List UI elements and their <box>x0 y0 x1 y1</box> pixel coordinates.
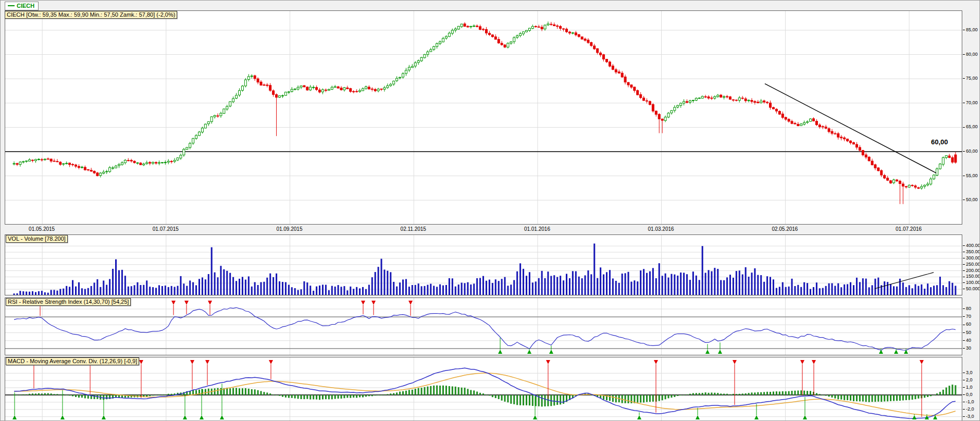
series-color-dash-icon <box>8 5 15 6</box>
axis-tick-label: 70,00 <box>963 100 978 105</box>
axis-tick-label: 60 <box>963 321 971 327</box>
axis-tick-mark <box>963 200 965 200</box>
axis-tick-label: 55,00 <box>963 173 978 178</box>
date-label: 01.03.2016 <box>648 226 674 232</box>
axis-tick-mark <box>963 332 965 333</box>
axis-tick-mark <box>963 308 965 309</box>
axis-tick-label: 60,00 <box>963 148 978 154</box>
rsi-pane-title[interactable]: RSI - Relative Strength Index (14,30,70)… <box>6 298 131 306</box>
series-legend[interactable]: CIECH <box>5 2 39 10</box>
axis-tick-text: 1,0 <box>966 385 973 390</box>
axis-tick-label: 100.000 <box>963 280 980 285</box>
volume-bars-layer[interactable] <box>14 243 957 295</box>
macd-sell-signal-arrows <box>32 360 924 417</box>
axis-tick-mark <box>963 316 965 317</box>
date-label: 02.05.2016 <box>772 226 798 232</box>
axis-tick-mark <box>963 402 965 402</box>
axis-tick-text: -1,0 <box>966 399 974 404</box>
date-axis: 01.05.201501.07.201501.09.201502.11.2015… <box>5 225 962 234</box>
axis-tick-label: 0,0 <box>963 392 973 397</box>
down-trendline[interactable] <box>765 84 936 173</box>
axis-tick-label: 65,00 <box>963 124 978 129</box>
axis-tick-text: 80,00 <box>966 52 978 57</box>
axis-tick-mark <box>963 176 965 176</box>
rsi-plot[interactable] <box>5 298 962 355</box>
grid-layer <box>5 11 962 224</box>
axis-tick-text: 250.000 <box>966 262 980 267</box>
axis-tick-label: 350.000 <box>963 249 980 254</box>
axis-tick-label: 2,0 <box>963 377 973 382</box>
axis-tick-text: 60,00 <box>966 148 978 154</box>
axis-tick-label: 50,00 <box>963 197 978 202</box>
axis-tick-mark <box>963 380 965 380</box>
axis-tick-text: 75,00 <box>966 76 978 81</box>
axis-tick-text: 2,0 <box>966 377 973 382</box>
axis-tick-text: 70,00 <box>966 100 978 105</box>
axis-tick-text: 50,00 <box>966 197 978 202</box>
axis-tick-text: 50 <box>966 330 971 335</box>
axis-tick-label: 85,00 <box>963 27 978 32</box>
axis-tick-label: 80,00 <box>963 52 978 57</box>
axis-tick-mark <box>963 409 965 410</box>
date-label: 01.05.2015 <box>29 226 55 232</box>
axis-tick-mark <box>963 252 965 252</box>
axis-tick-text: -3,0 <box>966 414 974 419</box>
quote-info-text: CIECH [Otw.: 59,35 Max.: 59,90 Min.: 57,… <box>7 11 175 18</box>
axis-tick-label: 50.000 <box>963 286 980 291</box>
axis-tick-mark <box>963 78 965 79</box>
axis-tick-label: 1,0 <box>963 385 973 390</box>
candles-layer[interactable] <box>13 21 957 204</box>
rsi-pane[interactable] <box>5 298 962 355</box>
axis-tick-mark <box>963 103 965 103</box>
macd-title-text: MACD - Moving Average Conv. Div. (12,26,… <box>8 358 137 364</box>
axis-tick-mark <box>963 245 965 246</box>
axis-tick-text: 65,00 <box>966 124 978 129</box>
axis-tick-mark <box>963 264 965 265</box>
axis-tick-label: 400.000 <box>963 243 980 248</box>
axis-tick-text: 300.000 <box>966 255 980 261</box>
date-label: 01.07.2015 <box>153 226 179 232</box>
axis-tick-label: 150.000 <box>963 274 980 279</box>
quote-info-bar[interactable]: CIECH [Otw.: 59,35 Max.: 59,90 Min.: 57,… <box>5 11 177 19</box>
rsi-title-text: RSI - Relative Strength Index (14,30,70)… <box>8 299 129 305</box>
axis-tick-text: 150.000 <box>966 274 980 279</box>
axis-tick-text: 200.000 <box>966 268 980 273</box>
volume-trendline[interactable] <box>875 273 934 289</box>
axis-tick-mark <box>963 277 965 277</box>
volume-pane-title[interactable]: VOL - Volume [78.200] <box>6 235 68 243</box>
axis-tick-mark <box>963 30 965 30</box>
axis-tick-mark <box>963 340 965 341</box>
axis-tick-label: 3,0 <box>963 370 973 375</box>
date-label: 01.01.2016 <box>524 226 550 232</box>
axis-tick-text: 0,0 <box>966 392 973 397</box>
axis-tick-mark <box>963 54 965 55</box>
chart-window: CIECH CIECH [Otw.: 59,35 Max.: 59,90 Min… <box>0 0 980 421</box>
volume-plot[interactable] <box>5 235 962 295</box>
date-label: 01.07.2016 <box>896 226 922 232</box>
axis-tick-label: 250.000 <box>963 262 980 267</box>
axis-tick-label: 50 <box>963 330 971 335</box>
axis-tick-text: 3,0 <box>966 370 973 375</box>
axis-tick-text: 70 <box>966 314 971 319</box>
rsi-buy-signal-arrows <box>498 338 908 354</box>
macd-pane-title[interactable]: MACD - Moving Average Conv. Div. (12,26,… <box>6 357 139 365</box>
axis-tick-label: 200.000 <box>963 268 980 273</box>
price-plot[interactable] <box>5 11 962 224</box>
macd-pane[interactable] <box>5 357 962 421</box>
axis-tick-text: 350.000 <box>966 249 980 254</box>
axis-tick-text: 50.000 <box>966 286 980 291</box>
date-label: 02.11.2015 <box>401 226 426 232</box>
rsi-line[interactable] <box>14 307 956 350</box>
volume-title-text: VOL - Volume [78.200] <box>8 236 66 242</box>
price-pane[interactable] <box>5 10 962 225</box>
axis-tick-text: -2,0 <box>966 406 974 412</box>
axis-tick-label: -2,0 <box>963 406 974 412</box>
axis-tick-mark <box>963 151 965 152</box>
macd-plot[interactable] <box>5 357 962 420</box>
axis-tick-text: 80 <box>966 306 971 311</box>
volume-pane[interactable] <box>5 234 962 295</box>
axis-tick-label: -1,0 <box>963 399 974 404</box>
axis-tick-mark <box>963 373 965 373</box>
axis-tick-label: 70 <box>963 314 971 319</box>
axis-tick-text: 30 <box>966 345 971 351</box>
